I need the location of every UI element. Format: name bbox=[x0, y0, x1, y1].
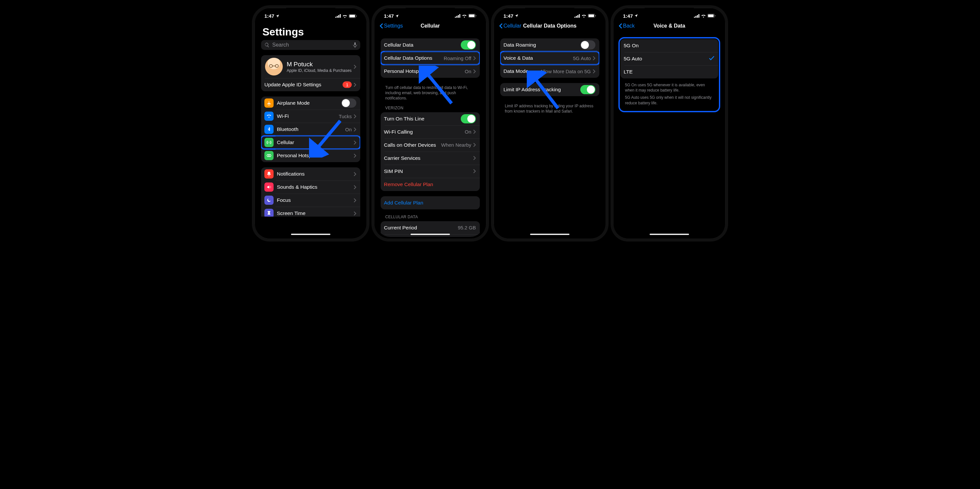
battery-icon bbox=[349, 14, 357, 18]
status-time: 1:47 bbox=[384, 13, 394, 19]
chevron-left-icon bbox=[619, 23, 622, 29]
data-roaming-toggle[interactable] bbox=[580, 40, 595, 49]
wifi-icon bbox=[581, 13, 587, 19]
svg-rect-2 bbox=[338, 15, 339, 18]
battery-icon bbox=[588, 13, 596, 19]
carrier-services-row[interactable]: Carrier Services bbox=[381, 152, 480, 165]
notifications-row[interactable]: Notifications bbox=[261, 167, 360, 181]
chevron-right-icon bbox=[473, 69, 476, 73]
add-cellular-plan-row[interactable]: Add Cellular Plan bbox=[381, 196, 480, 210]
line-toggle[interactable] bbox=[461, 114, 476, 124]
svg-rect-15 bbox=[457, 16, 458, 18]
sounds-row[interactable]: Sounds & Haptics bbox=[261, 181, 360, 194]
chevron-right-icon bbox=[593, 69, 595, 73]
sim-pin-row[interactable]: SIM PIN bbox=[381, 165, 480, 178]
airplane-toggle[interactable] bbox=[341, 98, 356, 108]
notch bbox=[525, 8, 574, 16]
footer-text: 5G On uses 5G whenever it is available, … bbox=[620, 80, 718, 95]
limit-ip-row[interactable]: Limit IP Address Tracking bbox=[500, 83, 599, 96]
phone-settings: 1:47 Settings Search bbox=[252, 5, 369, 241]
svg-rect-30 bbox=[694, 17, 695, 18]
cellular-data-row[interactable]: Cellular Data bbox=[381, 38, 480, 52]
notch bbox=[286, 8, 335, 16]
svg-rect-0 bbox=[335, 17, 336, 18]
svg-rect-27 bbox=[589, 14, 594, 17]
svg-point-9 bbox=[275, 65, 278, 68]
search-field[interactable]: Search bbox=[261, 40, 360, 50]
svg-rect-35 bbox=[708, 14, 714, 17]
option-lte[interactable]: LTE bbox=[620, 65, 718, 78]
home-indicator[interactable] bbox=[530, 234, 570, 235]
airplane-mode-row[interactable]: Airplane Mode bbox=[261, 97, 360, 110]
turn-on-line-row[interactable]: Turn On This Line bbox=[381, 112, 480, 125]
svg-rect-7 bbox=[354, 42, 356, 45]
cellular-row[interactable]: Cellular bbox=[261, 136, 360, 149]
svg-rect-14 bbox=[455, 17, 456, 18]
cellular-data-options-row[interactable]: Cellular Data Options Roaming Off bbox=[381, 52, 480, 65]
svg-rect-28 bbox=[595, 15, 596, 16]
svg-rect-5 bbox=[350, 15, 355, 17]
remove-plan-row[interactable]: Remove Cellular Plan bbox=[381, 178, 480, 191]
status-time: 1:47 bbox=[264, 13, 274, 19]
cellular-signal-icon bbox=[574, 13, 580, 19]
location-icon bbox=[515, 13, 519, 19]
svg-rect-23 bbox=[576, 16, 577, 18]
home-indicator[interactable] bbox=[410, 234, 450, 235]
svg-rect-20 bbox=[476, 15, 477, 16]
back-button[interactable]: Cellular bbox=[499, 23, 521, 29]
bluetooth-row[interactable]: Bluetooth On bbox=[261, 123, 360, 136]
wifi-icon bbox=[342, 14, 347, 18]
home-indicator[interactable] bbox=[650, 234, 689, 235]
battery-icon bbox=[707, 13, 716, 19]
airplane-icon bbox=[264, 98, 274, 108]
cellular-signal-icon bbox=[335, 14, 341, 18]
status-time: 1:47 bbox=[623, 13, 633, 19]
svg-rect-36 bbox=[715, 15, 716, 16]
search-placeholder: Search bbox=[272, 42, 350, 48]
voice-data-row[interactable]: Voice & Data 5G Auto bbox=[500, 52, 599, 65]
chevron-right-icon bbox=[354, 140, 356, 145]
svg-rect-19 bbox=[469, 14, 474, 17]
chevron-right-icon bbox=[354, 211, 356, 216]
chevron-right-icon bbox=[354, 154, 356, 158]
back-button[interactable]: Settings bbox=[379, 23, 403, 29]
location-icon bbox=[634, 13, 638, 19]
wifi-icon bbox=[701, 13, 706, 19]
svg-rect-17 bbox=[460, 14, 460, 18]
section-header-data: CELLULAR DATA bbox=[381, 214, 480, 221]
apple-id-row[interactable]: M Potuck Apple ID, iCloud, Media & Purch… bbox=[261, 55, 360, 78]
calls-other-devices-row[interactable]: Calls on Other Devices When Nearby bbox=[381, 138, 480, 152]
option-5g-auto[interactable]: 5G Auto bbox=[620, 52, 718, 65]
update-apple-id-row[interactable]: Update Apple ID Settings 1 bbox=[261, 78, 360, 91]
data-roaming-row[interactable]: Data Roaming bbox=[500, 38, 599, 52]
profile-sub: Apple ID, iCloud, Media & Purchases bbox=[287, 68, 352, 73]
svg-rect-25 bbox=[579, 14, 580, 18]
home-indicator[interactable] bbox=[291, 234, 330, 235]
wifi-row[interactable]: Wi-Fi Tucks bbox=[261, 110, 360, 123]
phone-cellular: 1:47 Settings Cellular Cellular Data Cel… bbox=[371, 5, 489, 241]
footer-text: 5G Auto uses 5G only when it will not si… bbox=[620, 95, 718, 110]
limit-ip-toggle[interactable] bbox=[580, 85, 595, 94]
screen-time-row[interactable]: Screen Time bbox=[261, 207, 360, 217]
chevron-right-icon bbox=[354, 127, 356, 132]
cellular-signal-icon bbox=[455, 13, 460, 19]
svg-rect-31 bbox=[695, 16, 697, 18]
wifi-calling-row[interactable]: Wi-Fi Calling On bbox=[381, 125, 480, 138]
dictation-icon[interactable] bbox=[353, 42, 357, 48]
data-mode-row[interactable]: Data Mode Allow More Data on 5G bbox=[500, 65, 599, 78]
bell-icon bbox=[264, 169, 274, 179]
moon-icon bbox=[264, 195, 274, 205]
hourglass-icon bbox=[264, 209, 274, 217]
notch bbox=[645, 8, 694, 16]
personal-hotspot-row[interactable]: Personal Hotspot bbox=[261, 149, 360, 162]
chevron-right-icon bbox=[473, 56, 476, 60]
personal-hotspot-row[interactable]: Personal Hotspot On bbox=[381, 65, 480, 78]
phone-voice-data: 1:47 Back Voice & Data 5G On 5G Auto bbox=[611, 5, 728, 241]
search-icon bbox=[264, 42, 270, 48]
focus-row[interactable]: Focus bbox=[261, 194, 360, 207]
chevron-right-icon bbox=[354, 172, 356, 176]
cellular-data-toggle[interactable] bbox=[461, 40, 476, 49]
chevron-right-icon bbox=[354, 65, 356, 69]
option-5g-on[interactable]: 5G On bbox=[620, 39, 718, 52]
back-button[interactable]: Back bbox=[619, 23, 635, 29]
